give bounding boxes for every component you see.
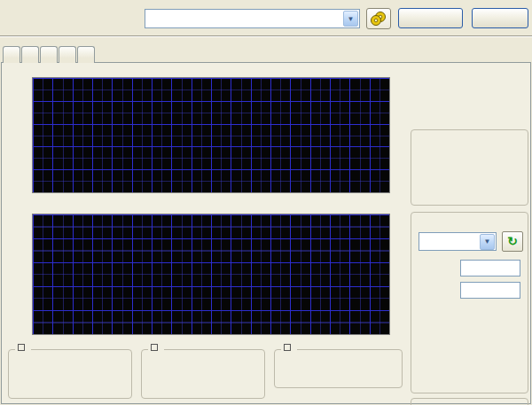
drive-select[interactable]: ▼ [145,9,360,28]
pi-errors-color-swatch [18,344,25,351]
jitter-stats [274,349,403,388]
tab-benchmark[interactable] [3,46,20,63]
end-mb-input[interactable] [460,282,520,299]
start-button[interactable] [398,8,463,28]
disc-icon [73,0,74,12]
pif-x-axis [32,336,390,347]
tab-create-disc[interactable] [21,46,39,63]
pi-errors-chart-svg [33,78,389,192]
pi-errors-stats [8,349,132,399]
header-bar: ▼ [0,0,532,36]
pi-errors-legend [15,344,31,351]
tab-strip [3,43,96,63]
pi-errors-x-axis [32,194,390,206]
start-mb-input[interactable] [460,260,520,276]
disc-options-button[interactable] [366,8,391,29]
pi-failures-legend [148,344,164,351]
pi-failures-stats [141,349,265,399]
jitter-color-swatch [284,344,291,351]
statistics-row [8,349,418,402]
chevron-down-icon[interactable]: ▼ [343,11,358,27]
disc-info-group [411,129,528,206]
jitter-legend [281,344,297,351]
nero-cd-dvd-speed-window: ▼ [0,0,532,405]
pif-y-axis-left [8,214,31,333]
pi-errors-plot [32,77,390,193]
refresh-button[interactable]: ↻ [502,231,523,252]
exit-button[interactable] [472,8,528,28]
logo-text-cdvdspeed [7,0,140,12]
tab-disc-quality[interactable] [59,46,76,63]
discs-icon [370,11,387,27]
tab-scandisc[interactable] [77,46,95,63]
pi-errors-y-axis [8,77,31,191]
po-failures-row [274,388,403,401]
charts-area [8,70,418,347]
disc-quality-page: ▼ ↻ [1,62,531,404]
chevron-down-icon[interactable]: ▼ [480,234,495,250]
jitter-stats-wrap [274,349,403,401]
speed-select[interactable]: ▼ [419,232,497,251]
settings-group: ▼ ↻ [411,212,528,393]
pi-failures-color-swatch [151,344,158,351]
pif-jitter-plot [32,214,390,335]
tab-disc-info[interactable] [40,46,58,63]
nero-logo [7,1,140,12]
index-panel [411,398,528,405]
pif-jitter-chart-svg [33,214,389,334]
